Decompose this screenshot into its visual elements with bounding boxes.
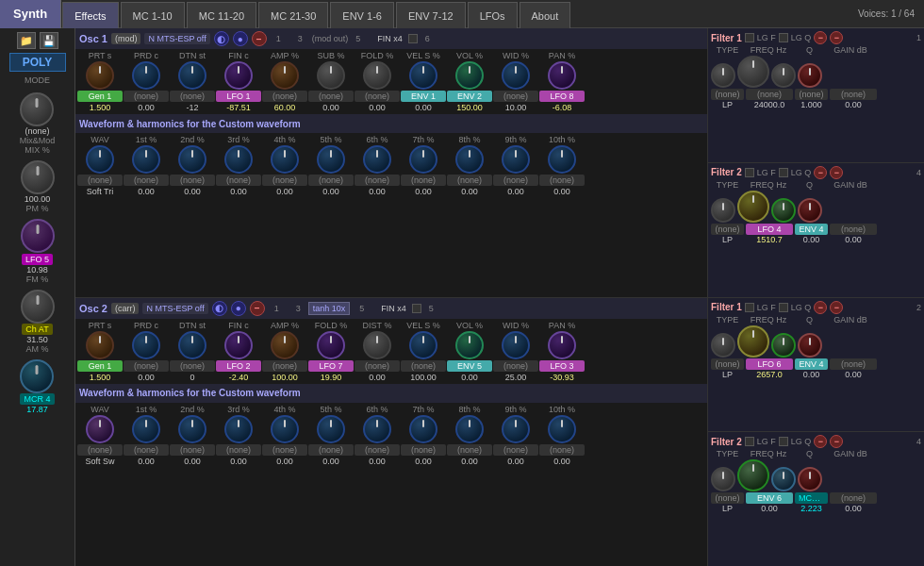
wave2-knob-4th[interactable] — [271, 415, 299, 443]
wave2-knob-9th[interactable] — [502, 415, 530, 443]
wave2-knob-10th[interactable] — [548, 415, 576, 443]
osc1-knob-pan[interactable] — [548, 61, 576, 90]
osc1-knob-prt[interactable] — [86, 61, 114, 90]
filter1-knob-freq[interactable] — [737, 56, 769, 88]
osc2-knob-prd[interactable] — [132, 331, 160, 359]
osc2-fin-check[interactable] — [412, 304, 421, 313]
filter2-minus2[interactable]: − — [830, 166, 843, 179]
wave1-knob-wav[interactable] — [86, 145, 114, 174]
tab-effects[interactable]: Effects — [62, 2, 118, 28]
filter1-knob-q[interactable] — [771, 63, 796, 88]
osc2-knob-fold[interactable] — [317, 331, 345, 359]
wave1-knob-10th[interactable] — [548, 145, 576, 174]
filter1b-knob-freq[interactable] — [737, 325, 769, 358]
wave1-knob-5th[interactable] — [317, 145, 345, 174]
wave2-knob-7th[interactable] — [409, 415, 437, 443]
filter1-knob-gain[interactable] — [798, 63, 822, 88]
tab-lfos[interactable]: LFOs — [468, 2, 518, 28]
filter2-knob-type[interactable] — [711, 198, 735, 223]
osc2-knob-prt[interactable] — [86, 331, 114, 359]
save-icon[interactable]: 💾 — [40, 32, 58, 49]
osc2-blue-btn1[interactable]: ◐ — [212, 301, 227, 316]
filter1-minus2[interactable]: − — [830, 31, 843, 44]
osc1-knob-sub[interactable] — [317, 61, 345, 90]
filter2-lgf-check[interactable] — [745, 168, 754, 177]
tab-mc1-10[interactable]: MC 1-10 — [121, 2, 185, 28]
osc2-knob-dtn[interactable] — [178, 331, 206, 359]
osc1-fin-check[interactable] — [408, 34, 418, 43]
osc1-knob-wid[interactable] — [502, 61, 530, 90]
tab-about[interactable]: About — [520, 2, 571, 28]
filter2b-knob-type[interactable] — [711, 467, 735, 491]
filter1b-knob-type[interactable] — [711, 333, 735, 358]
osc2-knob-amp[interactable] — [271, 331, 299, 359]
filter1-lgf-check[interactable] — [745, 33, 754, 42]
osc2-knob-pan[interactable] — [548, 331, 576, 359]
osc1-knob-fold[interactable] — [363, 61, 391, 90]
osc1-blue-btn1[interactable]: ◐ — [214, 31, 229, 46]
wave1-4th: 4th % (none) 0.00 — [262, 135, 307, 196]
filter1-minus1[interactable]: − — [814, 31, 827, 44]
filter2b-knob-q[interactable] — [771, 467, 796, 491]
filter2-knob-q[interactable] — [771, 198, 796, 223]
wave2-knob-5th[interactable] — [317, 415, 345, 443]
wave1-knob-1st[interactable] — [132, 145, 160, 174]
osc2-knob-vol[interactable] — [455, 331, 484, 359]
chat-knob[interactable] — [21, 290, 55, 324]
osc2-blue-btn2[interactable]: ● — [231, 301, 246, 316]
osc2-minus-btn[interactable]: − — [250, 301, 265, 316]
tab-env1-6[interactable]: ENV 1-6 — [330, 2, 394, 28]
wave1-knob-8th[interactable] — [455, 145, 484, 174]
filter1-lgq-check[interactable] — [779, 33, 788, 42]
wave1-knob-9th[interactable] — [502, 145, 530, 174]
folder-icon[interactable]: 📁 — [17, 32, 36, 49]
filter1b-lgf-check[interactable] — [745, 303, 754, 312]
osc1-minus-btn[interactable]: − — [252, 31, 267, 46]
filter2b-knob-gain[interactable] — [798, 467, 822, 491]
wave1-knob-7th[interactable] — [409, 145, 437, 174]
mcr-knob[interactable] — [20, 359, 54, 393]
wave1-knob-4th[interactable] — [271, 145, 299, 174]
filter2b-minus2[interactable]: − — [830, 435, 843, 448]
osc1-knob-fin[interactable] — [224, 61, 253, 90]
mix-knob[interactable] — [20, 92, 54, 126]
osc1-knob-vels[interactable] — [409, 61, 437, 90]
osc2-knob-fin[interactable] — [224, 331, 253, 359]
wave2-knob-8th[interactable] — [455, 415, 484, 443]
osc2-knob-dist[interactable] — [363, 331, 391, 359]
tab-mc11-20[interactable]: MC 11-20 — [187, 2, 256, 28]
filter2-knob-gain[interactable] — [798, 198, 822, 223]
wave2-knob-6th[interactable] — [363, 415, 391, 443]
filter1b-knob-q[interactable] — [771, 333, 796, 358]
wave1-knob-2nd[interactable] — [178, 145, 206, 174]
filter1b-knob-gain[interactable] — [798, 333, 822, 358]
osc1-blue-btn2[interactable]: ● — [233, 31, 248, 46]
osc1-knob-dtn[interactable] — [178, 61, 206, 90]
filter2-minus1[interactable]: − — [814, 166, 827, 179]
filter2-knob-freq[interactable] — [737, 191, 769, 223]
osc1-knob-amp[interactable] — [271, 61, 299, 90]
osc1-knob-prd[interactable] — [132, 61, 160, 90]
filter1b-minus2[interactable]: − — [830, 301, 843, 314]
wave2-knob-1st[interactable] — [132, 415, 160, 443]
pm-knob[interactable] — [21, 160, 55, 194]
filter2b-lgq-check[interactable] — [779, 437, 788, 446]
osc2-knob-vels[interactable] — [409, 331, 437, 359]
filter1b-lgq-check[interactable] — [779, 303, 788, 312]
wave2-knob-wav[interactable] — [86, 415, 114, 443]
filter1-knob-type[interactable] — [711, 63, 735, 88]
tab-mc21-30[interactable]: MC 21-30 — [258, 2, 328, 28]
filter2b-lgf-check[interactable] — [745, 437, 754, 446]
wave2-knob-3rd[interactable] — [224, 415, 253, 443]
osc1-knob-vol[interactable] — [455, 61, 484, 90]
wave1-knob-3rd[interactable] — [224, 145, 253, 174]
tab-env7-12[interactable]: ENV 7-12 — [396, 2, 466, 28]
osc2-knob-wid[interactable] — [502, 331, 530, 359]
filter2-lgq-check[interactable] — [779, 168, 788, 177]
wave1-knob-6th[interactable] — [363, 145, 391, 174]
wave2-knob-2nd[interactable] — [178, 415, 206, 443]
filter2b-minus1[interactable]: − — [814, 435, 827, 448]
filter1b-minus1[interactable]: − — [814, 301, 827, 314]
lfo-knob[interactable] — [21, 219, 55, 253]
filter2b-knob-freq[interactable] — [737, 459, 769, 491]
